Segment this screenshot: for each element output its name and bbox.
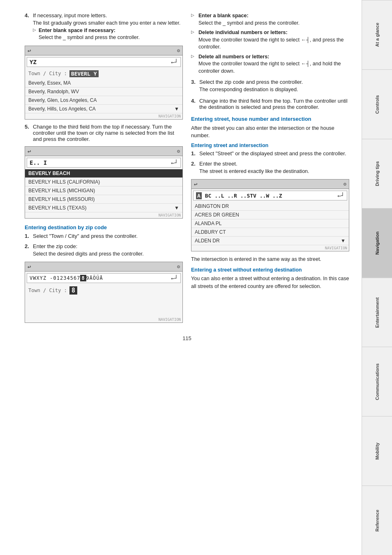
sidebar-tab-controls[interactable]: Controls xyxy=(362,69,392,139)
ui-box-3: ↩ ⚙ VWXYZ -0123456789ÄÖÜĀ ←┘ Town / City… xyxy=(25,262,183,323)
list-item[interactable]: Beverly, Glen, Los Angeles, CA xyxy=(25,96,182,105)
sidebar-tab-at-a-glance[interactable]: At a glance xyxy=(362,0,392,69)
list-item[interactable]: BEVERLY HILLS (CALIFORNIA) xyxy=(25,178,182,187)
enter-icon-1[interactable]: ←┘ xyxy=(171,59,178,65)
ui-box-2-header: ↩ ⚙ xyxy=(25,147,182,156)
list-item[interactable]: Beverly, Hills, Los Angeles, CA▼ xyxy=(25,105,182,113)
town-city-value-1: BEVERL Y xyxy=(69,70,99,77)
section-zip-heading: Entering destination by zip code xyxy=(25,224,183,230)
intersection-post-ui: The intersection is entered in the same … xyxy=(191,256,349,263)
list-item[interactable]: Beverly, Essex, MA xyxy=(25,79,182,88)
ui-box-1-header: ↩ ⚙ xyxy=(25,46,182,55)
town-city-row-3: Town / City : 8 xyxy=(25,285,182,296)
sidebar-tab-communications[interactable]: Communications xyxy=(362,347,392,416)
gear-icon-1: ⚙ xyxy=(177,48,180,53)
ui-box-4-header: ↩ ⚙ xyxy=(191,180,349,189)
zip-step-1-number: 1. xyxy=(25,233,29,239)
step-5: 5. Change to the third field from the to… xyxy=(25,124,183,142)
left-column: 4. If necessary, input more letters. The… xyxy=(25,12,183,327)
right-step-4: 4. Change into the third field from the … xyxy=(191,98,349,110)
gear-icon-4: ⚙ xyxy=(344,181,346,187)
intersection-step-1-text: Select "Street" or the displayed street … xyxy=(199,150,346,157)
main-content: 4. If necessary, input more letters. The… xyxy=(0,0,362,555)
right-step-3-text: Select the zip code and press the contro… xyxy=(199,79,303,85)
zip-step-2: 2. Enter the zip code: Select the desire… xyxy=(25,243,183,258)
step-5-text: Change to the third field from the top i… xyxy=(33,124,174,142)
section-street-heading: Entering street, house number and inters… xyxy=(191,116,349,122)
bullet-delete-all-label: Delete all numbers or letters: xyxy=(198,54,269,60)
subsection-intersection-heading: Entering street and intersection xyxy=(191,143,349,148)
town-city-row-1: Town / City : BEVERL Y xyxy=(25,69,182,79)
top-bullets: Enter a blank space: Select the _ symbol… xyxy=(191,12,349,75)
ui-box-2-input-text: E.. I xyxy=(30,159,47,166)
sidebar-tab-reference[interactable]: Reference xyxy=(362,486,392,555)
ui-box-1: ↩ ⚙ YZ ←┘ Town / City : BEVERL Y Beverly… xyxy=(25,46,183,120)
section-no-dest-heading: Entering a street without entering desti… xyxy=(191,267,349,273)
keyboard-display: VWXYZ -0123456789ÄÖÜĀ xyxy=(30,275,103,281)
list-item[interactable]: ABINGTON DR xyxy=(191,202,349,211)
step-4: 4. If necessary, input more letters. The… xyxy=(25,12,183,41)
intersection-step-2-text: Enter the street. xyxy=(199,161,238,167)
town-city-label-3: Town / City : xyxy=(28,288,67,293)
enter-icon-3[interactable]: ←┘ xyxy=(171,275,178,281)
sidebar: At a glance Controls Driving tips Naviga… xyxy=(362,0,392,555)
sidebar-tab-mobility[interactable]: Mobility xyxy=(362,416,392,486)
list-item[interactable]: BEVERLY HILLS (MICHIGAN) xyxy=(25,187,182,195)
intersection-step-2-num: 2. xyxy=(191,161,196,167)
zip-step-2-sub: Select the desired digits and press the … xyxy=(33,251,183,258)
section-street-intro: After the street you can also enter the … xyxy=(191,124,349,139)
list-item[interactable]: Beverly, Randolph, WV xyxy=(25,88,182,96)
back-button-1[interactable]: ↩ xyxy=(28,47,31,54)
back-button-2[interactable]: ↩ xyxy=(28,148,31,154)
bullet-blank-space: Enter a blank space: Select the _ symbol… xyxy=(191,12,349,27)
sidebar-tab-entertainment[interactable]: Entertainment xyxy=(362,278,392,347)
back-button-4[interactable]: ↩ xyxy=(194,181,197,187)
img-caption-2: NAVIGATION xyxy=(27,213,181,217)
list-item[interactable]: ALANDA PL xyxy=(191,219,349,228)
zip-step-2-text: Enter the zip code: xyxy=(33,243,77,249)
right-step-4-num: 4. xyxy=(191,98,196,104)
sidebar-tab-driving-tips[interactable]: Driving tips xyxy=(362,139,392,208)
zip-step-2-number: 2. xyxy=(25,243,29,249)
intersection-step-2: 2. Enter the street. The street is enter… xyxy=(191,161,349,175)
ui-box-2-input: E.. I ←┘ xyxy=(27,158,181,168)
img-caption-4: NAVIGATION xyxy=(193,246,347,250)
list-item[interactable]: ALDEN DR▼ xyxy=(191,237,349,245)
right-step-3-sub: The corresponding destination is display… xyxy=(199,86,349,94)
step-4-bullet1-label: Enter blank space if necessary: xyxy=(39,28,115,33)
intersection-step-2-sub: The street is entered exactly like the d… xyxy=(199,168,349,175)
img-caption-1: NAVIGATION xyxy=(27,114,181,118)
step-4-number: 4. xyxy=(25,12,29,18)
ui-box-3-header: ↩ ⚙ xyxy=(25,262,182,272)
zip-step-1-text: Select "Town / City" and press the contr… xyxy=(33,233,138,239)
img-caption-3: NAVIGATION xyxy=(27,318,181,322)
back-button-3[interactable]: ↩ xyxy=(28,263,31,270)
zip-step-1: 1. Select "Town / City" and press the co… xyxy=(25,233,183,239)
enter-icon-4[interactable]: ←┘ xyxy=(337,192,344,199)
step-4-sub: The list gradually grows smaller each ti… xyxy=(33,20,183,27)
ui-box-1-input-text: YZ xyxy=(30,59,37,65)
list-item[interactable]: BEVERLY BEACH xyxy=(25,169,182,178)
gear-icon-2: ⚙ xyxy=(177,148,180,154)
enter-icon-2[interactable]: ←┘ xyxy=(171,159,178,166)
list-item[interactable]: BEVERLY HILLS (TEXAS)▼ xyxy=(25,204,182,212)
list-item[interactable]: BEVERLY HILLS (MISSOURI) xyxy=(25,195,182,204)
list-item[interactable]: ACRES DR GREEN xyxy=(191,211,349,219)
town-city-value-3: 8 xyxy=(69,286,77,295)
ui-box-1-input: YZ ←┘ xyxy=(27,57,181,67)
town-city-label-1: Town / City : xyxy=(28,71,67,76)
ui-box-4: ↩ ⚙ A BC ..L ..R ..STV ..W ..Z ←┘ ABINGT… xyxy=(191,179,349,251)
intersection-step-1: 1. Select "Street" or the displayed stre… xyxy=(191,150,349,157)
bullet-delete-individual-sub: Move the controller toward the right to … xyxy=(198,37,349,51)
intersection-step-1-num: 1. xyxy=(191,150,196,157)
list-item[interactable]: ALDBURY CT xyxy=(191,228,349,237)
sidebar-tab-navigation[interactable]: Navigation xyxy=(362,208,392,278)
section-no-dest-text: You can also enter a street without ente… xyxy=(191,275,349,290)
right-step-4-text: Change into the third field from the top… xyxy=(199,98,348,110)
right-step-3-num: 3. xyxy=(191,79,196,85)
ui-box-3-keyboard: VWXYZ -0123456789ÄÖÜĀ ←┘ xyxy=(27,273,181,283)
bullet-blank-sub: Select the _ symbol and press the contro… xyxy=(198,20,349,27)
step-4-text: If necessary, input more letters. xyxy=(33,12,107,18)
ui-box-1-list: Beverly, Essex, MA Beverly, Randolph, WV… xyxy=(25,79,182,113)
bullet-delete-all: Delete all numbers or letters: Move the … xyxy=(191,53,349,75)
